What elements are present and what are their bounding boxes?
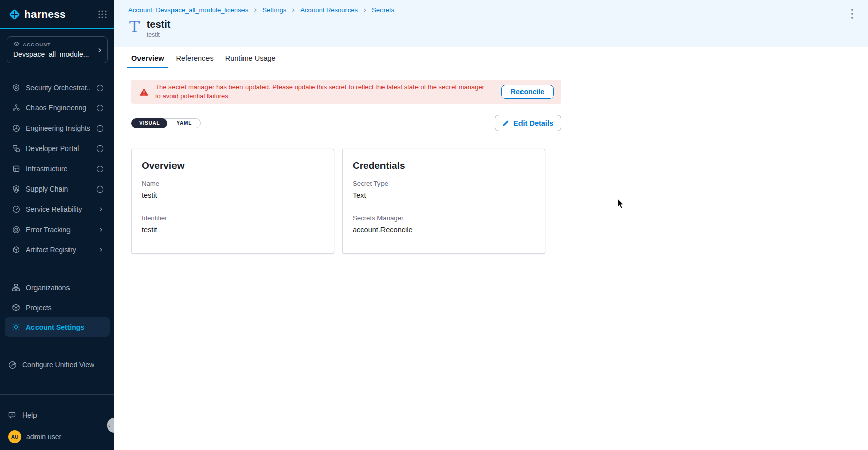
- reconcile-warning-banner: The secret manager has been updated. Ple…: [131, 80, 561, 104]
- field-label: Secret Type: [353, 180, 535, 188]
- chevron-right-icon: [362, 8, 367, 13]
- field-label: Identifier: [142, 214, 324, 222]
- tab-runtime-usage[interactable]: Runtime Usage: [225, 54, 276, 68]
- sidebar-item-infrastructure[interactable]: Infrastructure: [0, 159, 114, 179]
- breadcrumb-account-resources-link[interactable]: Account Resources: [300, 6, 358, 14]
- insights-icon: [12, 124, 20, 132]
- tab-content: The secret manager has been updated. Ple…: [114, 68, 868, 254]
- gauge-icon: [12, 205, 20, 213]
- info-icon[interactable]: [96, 145, 104, 153]
- tab-bar: Overview References Runtime Usage: [114, 47, 868, 68]
- logo-row: harness: [0, 0, 114, 29]
- account-selector[interactable]: ACCOUNT Devspace_all_module...: [7, 36, 108, 63]
- divider: [0, 269, 114, 269]
- sidebar-item-account-settings[interactable]: Account Settings: [5, 317, 110, 337]
- visual-yaml-toggle: VISUAL YAML: [131, 118, 201, 128]
- info-icon[interactable]: [96, 185, 104, 193]
- secret-type-text-icon: T: [129, 19, 140, 35]
- breadcrumb-secrets-link[interactable]: Secrets: [372, 6, 394, 14]
- chevron-right-icon: [98, 227, 104, 233]
- sidebar-item-organizations[interactable]: Organizations: [5, 278, 110, 297]
- page-header: Account: Devspace_all_module_licenses Se…: [114, 0, 868, 47]
- card-title: Overview: [142, 160, 324, 171]
- org-chart-icon: [12, 283, 20, 292]
- portal-icon: [12, 144, 20, 153]
- field-label: Name: [142, 180, 324, 188]
- chevron-right-icon: [98, 247, 104, 253]
- avatar: AU: [8, 430, 21, 443]
- info-icon[interactable]: [96, 125, 104, 132]
- tab-references[interactable]: References: [176, 54, 214, 68]
- credentials-card: Credentials Secret Type Text Secrets Man…: [342, 149, 545, 254]
- svg-text:?: ?: [11, 413, 13, 416]
- chevron-right-icon: [291, 8, 296, 13]
- title-row: T testit testit: [129, 19, 170, 39]
- account-name: Devspace_all_module...: [13, 50, 95, 58]
- user-menu[interactable]: AU admin user: [0, 427, 114, 450]
- sidebar-item-help[interactable]: ? Help: [0, 403, 114, 427]
- account-label: ACCOUNT: [23, 42, 51, 47]
- sidebar-item-security-orchestration[interactable]: Security Orchestrat...: [0, 78, 114, 98]
- target-icon: [12, 226, 20, 234]
- app-grid-icon[interactable]: [98, 10, 107, 19]
- warning-message: The secret manager has been updated. Ple…: [155, 83, 488, 100]
- gear-icon: [12, 323, 20, 331]
- chevron-right-icon: [253, 8, 258, 13]
- tab-overview[interactable]: Overview: [131, 54, 164, 68]
- chevron-right-icon: [98, 206, 104, 212]
- detail-cards: Overview Name testit Identifier testit C…: [131, 149, 868, 254]
- supply-chain-icon: [12, 185, 20, 193]
- reconcile-button[interactable]: Reconcile: [501, 85, 554, 99]
- info-icon[interactable]: [96, 104, 104, 112]
- divider: [142, 207, 324, 207]
- sidebar-item-configure-unified-view[interactable]: Configure Unified View: [0, 355, 114, 375]
- sidebar-item-engineering-insights[interactable]: Engineering Insights: [0, 118, 114, 138]
- sidebar: harness ACCOUNT Devspace_all_module... S…: [0, 0, 114, 450]
- user-name: admin user: [26, 433, 61, 441]
- cube-icon: [12, 303, 20, 312]
- module-list: Security Orchestrat... Chaos Engineering…: [0, 78, 114, 260]
- sidebar-item-developer-portal[interactable]: Developer Portal: [0, 138, 114, 159]
- layers-icon: [13, 41, 20, 48]
- field-value: testit: [142, 191, 324, 199]
- divider: [0, 394, 114, 395]
- page-title: testit: [147, 19, 171, 30]
- sidebar-footer: ? Help AU admin user: [0, 386, 114, 450]
- field-value: account.Reconcile: [353, 226, 535, 234]
- page-subtitle: testit: [147, 31, 171, 39]
- toggle-yaml[interactable]: YAML: [167, 119, 200, 128]
- warning-triangle-icon: [139, 88, 149, 96]
- chaos-icon: [12, 104, 20, 112]
- kebab-menu-icon[interactable]: [849, 7, 855, 21]
- sidebar-item-chaos-engineering[interactable]: Chaos Engineering: [0, 98, 114, 118]
- harness-logo-icon[interactable]: [8, 8, 21, 21]
- help-chat-icon: ?: [8, 411, 17, 420]
- breadcrumb-account-link[interactable]: Account: Devspace_all_module_licenses: [128, 6, 248, 14]
- wrench-circle-icon: [8, 361, 17, 369]
- field-value: Text: [353, 191, 535, 199]
- toolbar: VISUAL YAML Edit Details: [131, 115, 561, 131]
- info-icon[interactable]: [96, 84, 104, 92]
- sidebar-item-service-reliability[interactable]: Service Reliability: [0, 199, 114, 219]
- edit-details-button[interactable]: Edit Details: [495, 115, 561, 131]
- divider: [353, 207, 535, 207]
- field-value: testit: [142, 226, 324, 234]
- logo-wordmark[interactable]: harness: [24, 8, 66, 20]
- overview-card: Overview Name testit Identifier testit: [131, 149, 334, 254]
- infrastructure-icon: [12, 165, 20, 173]
- pencil-icon: [502, 120, 509, 127]
- toggle-visual[interactable]: VISUAL: [131, 118, 167, 128]
- card-title: Credentials: [353, 160, 535, 171]
- sidebar-item-supply-chain[interactable]: Supply Chain: [0, 179, 114, 199]
- main-content: Account: Devspace_all_module_licenses Se…: [114, 0, 868, 450]
- info-icon[interactable]: [96, 165, 104, 173]
- field-label: Secrets Manager: [353, 214, 535, 222]
- sidebar-item-error-tracking[interactable]: Error Tracking: [0, 219, 114, 240]
- breadcrumb-settings-link[interactable]: Settings: [262, 6, 286, 14]
- breadcrumb: Account: Devspace_all_module_licenses Se…: [128, 6, 394, 14]
- divider: [0, 346, 114, 346]
- sidebar-item-projects[interactable]: Projects: [5, 297, 110, 317]
- sidebar-item-artifact-registry[interactable]: Artifact Registry: [0, 240, 114, 260]
- chevron-right-icon: [96, 47, 103, 53]
- shield-icon: [12, 84, 20, 92]
